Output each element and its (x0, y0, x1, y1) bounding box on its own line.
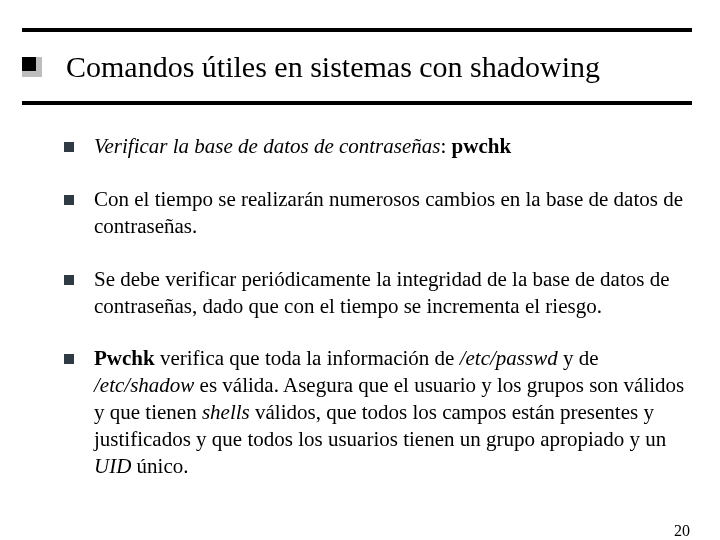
text: verifica que toda la información de (155, 346, 460, 370)
sep: : (440, 134, 451, 158)
lead-phrase: Verificar la base de datos de contraseña… (94, 134, 440, 158)
path: /etc/passwd (460, 346, 558, 370)
bullet-text: Pwchk verifica que toda la información d… (94, 345, 692, 479)
page-number: 20 (674, 522, 690, 540)
text: y de (558, 346, 599, 370)
path: /etc/shadow (94, 373, 194, 397)
command-name: Pwchk (94, 346, 155, 370)
term: shells (202, 400, 250, 424)
square-bullet-icon (64, 142, 74, 152)
square-bullet-icon (22, 57, 42, 77)
command-name: pwchk (452, 134, 512, 158)
term: UID (94, 454, 131, 478)
square-bullet-icon (64, 354, 74, 364)
square-bullet-icon (64, 275, 74, 285)
list-item: Se debe verificar periódicamente la inte… (64, 266, 692, 320)
list-item: Con el tiempo se realizarán numerosos ca… (64, 186, 692, 240)
bullet-text: Verificar la base de datos de contraseña… (94, 133, 511, 160)
title-row: Comandos útiles en sistemas con shadowin… (22, 32, 692, 101)
square-bullet-icon (64, 195, 74, 205)
text: único. (131, 454, 188, 478)
bullet-text: Con el tiempo se realizarán numerosos ca… (94, 186, 692, 240)
rule-bottom (22, 101, 692, 105)
slide-title: Comandos útiles en sistemas con shadowin… (66, 50, 600, 83)
slide: Comandos útiles en sistemas con shadowin… (0, 28, 720, 540)
bullet-text: Se debe verificar periódicamente la inte… (94, 266, 692, 320)
list-item: Verificar la base de datos de contraseña… (64, 133, 692, 160)
slide-body: Verificar la base de datos de contraseña… (22, 133, 692, 480)
list-item: Pwchk verifica que toda la información d… (64, 345, 692, 479)
